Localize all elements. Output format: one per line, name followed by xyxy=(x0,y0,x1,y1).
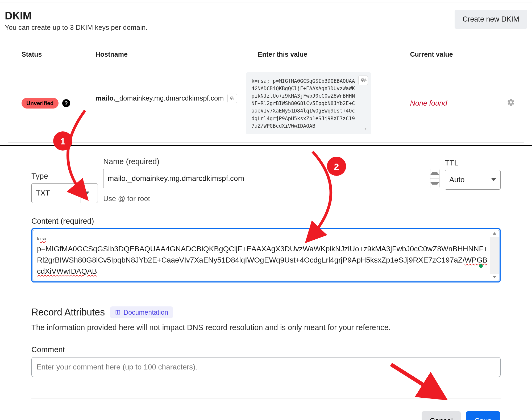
ttl-label: TTL xyxy=(445,159,501,167)
cancel-button[interactable]: Cancel xyxy=(422,411,461,420)
gear-icon[interactable] xyxy=(507,99,515,108)
content-label: Content (required) xyxy=(31,217,501,226)
status-badge: Unverified xyxy=(22,98,59,109)
col-status: Status xyxy=(8,44,82,64)
type-value: TXT xyxy=(36,189,50,197)
create-dkim-button[interactable]: Create new DKIM xyxy=(455,10,527,29)
dkim-table: Status Hostname Enter this value Current… xyxy=(8,44,524,143)
type-select[interactable]: TXT xyxy=(31,183,98,203)
scroll-down-icon[interactable]: ▼ xyxy=(364,126,367,131)
name-hint: Use @ for root xyxy=(103,195,439,203)
type-label: Type xyxy=(31,172,98,181)
name-value: mailo._domainkey.mg.dmarcdkimspf.com xyxy=(103,169,430,188)
stepper-up-icon xyxy=(430,172,439,175)
book-icon xyxy=(115,309,121,315)
chevron-down-icon xyxy=(85,192,89,194)
name-input[interactable]: mailo._domainkey.mg.dmarcdkimspf.com xyxy=(103,169,439,188)
content-scrollbar[interactable] xyxy=(490,230,499,281)
content-value-main: p=MIGfMA0GCSqGSIb3DQEBAQUAA4GNADCBiQKBgQ… xyxy=(37,245,488,264)
dkim-section: DKIM You can create up to 3 DKIM keys pe… xyxy=(0,2,532,145)
action-row: Cancel Save xyxy=(0,401,532,420)
col-current-value: Current value xyxy=(397,44,492,64)
dkim-title: DKIM xyxy=(5,10,148,22)
current-value-text: None found xyxy=(410,99,447,107)
grammar-ok-icon xyxy=(479,264,483,268)
content-textarea[interactable]: k rsa p=MIGfMA0GCSqGSIb3DQEBAQUAA4GNADCB… xyxy=(31,228,501,282)
enter-value-box: ▲ k=rsa; p=MIGfMA0GCSqGSIb3DQEBAQUAA4GNA… xyxy=(246,72,371,134)
col-hostname: Hostname xyxy=(82,44,244,64)
chevron-down-icon xyxy=(491,178,496,181)
scroll-up-icon xyxy=(493,232,496,235)
comment-placeholder: Enter your comment here (up to 100 chara… xyxy=(36,363,197,371)
name-stepper[interactable] xyxy=(430,169,439,188)
comment-input[interactable]: Enter your comment here (up to 100 chara… xyxy=(31,357,501,377)
stepper-down-icon xyxy=(430,182,439,185)
hostname-text: mailo._domainkey.mg.dmarcdkimspf.com xyxy=(95,94,224,103)
col-actions xyxy=(492,44,524,64)
name-label: Name (required) xyxy=(103,157,439,166)
comment-label: Comment xyxy=(31,345,501,354)
scroll-down-icon xyxy=(493,276,496,278)
dkim-subtitle: You can create up to 3 DKIM keys per dom… xyxy=(5,23,148,32)
ttl-select[interactable]: Auto xyxy=(445,170,501,190)
table-row: Unverified ? mailo._domainkey.mg.dmarcdk… xyxy=(8,64,524,143)
dns-record-editor: Type TXT Name (required) mailo._domainke… xyxy=(0,146,532,401)
scroll-up-icon[interactable]: ▲ xyxy=(364,77,367,81)
record-attributes-title: Record Attributes xyxy=(31,307,105,318)
save-button[interactable]: Save xyxy=(466,411,500,420)
copy-icon xyxy=(230,96,235,101)
record-attributes-desc: The information provided here will not i… xyxy=(31,323,501,332)
ttl-value: Auto xyxy=(449,176,465,184)
help-icon[interactable]: ? xyxy=(62,99,70,107)
editor-divider xyxy=(31,398,501,398)
enter-value-text: k=rsa; p=MIGfMA0GCSqGSIb3DQEBAQUAA4GNADC… xyxy=(251,77,358,130)
copy-hostname-button[interactable] xyxy=(227,94,237,103)
col-enter-value: Enter this value xyxy=(244,44,397,64)
documentation-link[interactable]: Documentation xyxy=(110,306,173,318)
